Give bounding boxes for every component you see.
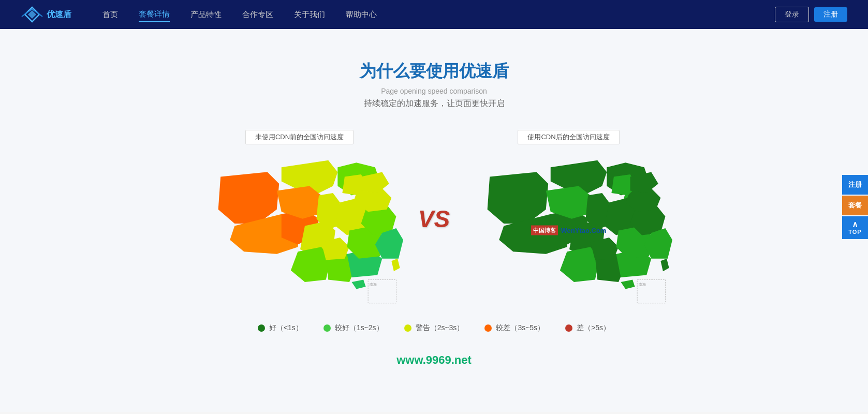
navbar: 优速盾 首页 套餐详情 产品特性 合作专区 关于我们 帮助中心 登录 注册 xyxy=(0,0,868,29)
nav-menu: 首页 套餐详情 产品特性 合作专区 关于我们 帮助中心 xyxy=(102,7,775,22)
nav-item-packages[interactable]: 套餐详情 xyxy=(139,7,170,22)
logo-icon xyxy=(21,5,43,24)
svg-text:南海: 南海 xyxy=(369,282,376,287)
main-content: 为什么要使用优速盾 Page opening speed comparison … xyxy=(0,29,868,412)
logo[interactable]: 优速盾 xyxy=(21,5,71,24)
legend-item-warn: 警告（2s~3s） xyxy=(404,323,464,333)
legend-item-poor: 较差（3s~5s） xyxy=(484,323,545,333)
login-button[interactable]: 登录 xyxy=(775,7,809,22)
legend-dot-bad xyxy=(565,324,572,332)
legend-item-good: 好（<1s） xyxy=(258,323,303,333)
legend-dot-warn xyxy=(404,324,411,332)
top-label: TOP xyxy=(848,229,861,235)
logo-text: 优速盾 xyxy=(47,9,71,20)
legend-label-warn: 警告（2s~3s） xyxy=(416,323,464,333)
legend-label-bad: 差（>5s） xyxy=(577,323,610,333)
section-subtitle-en: Page opening speed comparison xyxy=(0,87,868,95)
side-float-buttons: 注册 套餐 ∧ TOP xyxy=(842,175,868,239)
side-register-button[interactable]: 注册 xyxy=(842,175,868,195)
side-top-button[interactable]: ∧ TOP xyxy=(842,216,868,239)
legend: 好（<1s） 较好（1s~2s） 警告（2s~3s） 较差（3s~5s） 差（>… xyxy=(0,323,868,333)
register-button[interactable]: 注册 xyxy=(814,7,847,22)
legend-item-better: 较好（1s~2s） xyxy=(323,323,384,333)
map-after-container: 使用CDN后的全国访问速度 xyxy=(460,130,678,308)
svg-text:南海: 南海 xyxy=(638,282,645,287)
nav-item-about[interactable]: 关于我们 xyxy=(294,8,325,22)
map-before-container: 未使用CDN前的全国访问速度 xyxy=(191,130,408,308)
legend-label-good: 好（<1s） xyxy=(269,323,303,333)
side-package-button[interactable]: 套餐 xyxy=(842,196,868,215)
map-before-label: 未使用CDN前的全国访问速度 xyxy=(245,130,354,144)
nav-item-partners[interactable]: 合作专区 xyxy=(242,8,273,22)
map-after-label: 使用CDN后的全国访问速度 xyxy=(518,130,619,144)
bottom-watermark: www.9969.net xyxy=(0,353,868,377)
legend-item-bad: 差（>5s） xyxy=(565,323,610,333)
map-before-svg: 南海 xyxy=(207,153,403,313)
legend-dot-good xyxy=(258,324,265,332)
map-after-svg: 南海 xyxy=(476,153,672,313)
map-after-svg-wrapper: 南海 中国博客 WenYtao.Com xyxy=(476,153,662,308)
nav-item-home[interactable]: 首页 xyxy=(102,8,118,22)
map-before-svg-wrapper: 南海 xyxy=(207,153,393,308)
nav-item-help[interactable]: 帮助中心 xyxy=(346,8,377,22)
legend-dot-better xyxy=(323,324,331,332)
vs-text: VS xyxy=(418,205,450,232)
section-subtitle-cn: 持续稳定的加速服务，让页面更快开启 xyxy=(0,98,868,109)
legend-dot-poor xyxy=(484,324,492,332)
top-arrow-icon: ∧ xyxy=(852,220,858,229)
legend-label-better: 较好（1s~2s） xyxy=(335,323,384,333)
vs-divider: VS xyxy=(408,205,460,233)
navbar-actions: 登录 注册 xyxy=(775,7,847,22)
legend-label-poor: 较差（3s~5s） xyxy=(496,323,545,333)
nav-item-features[interactable]: 产品特性 xyxy=(190,8,222,22)
comparison-section: 未使用CDN前的全国访问速度 xyxy=(98,130,771,308)
section-title: 为什么要使用优速盾 xyxy=(0,60,868,83)
